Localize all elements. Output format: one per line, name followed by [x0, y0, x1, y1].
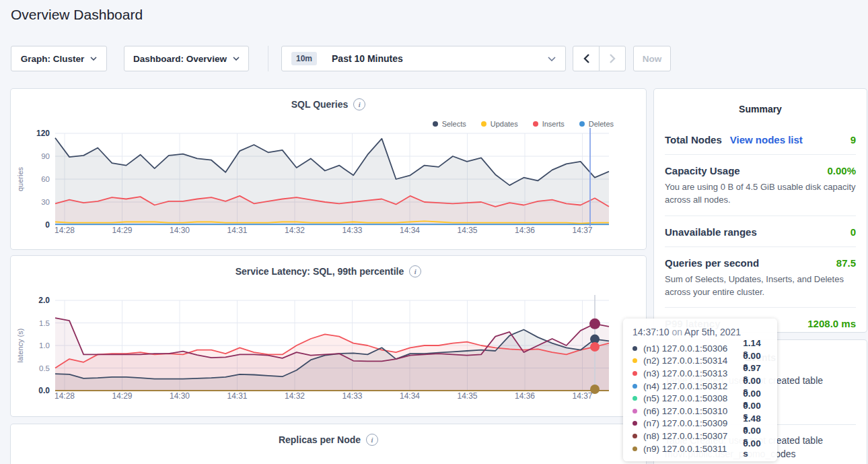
- now-button-label: Now: [643, 54, 662, 64]
- x-tick-label: 14:29: [112, 391, 132, 401]
- chevron-down-icon: [233, 57, 240, 61]
- summary-row-unavailable: Unavailable ranges 0: [665, 216, 856, 247]
- qps-label: Queries per second: [665, 257, 759, 269]
- x-tick-label: 14:30: [170, 391, 190, 401]
- node-address: (n3) 127.0.0.1:50313: [643, 368, 743, 378]
- time-next-button[interactable]: [599, 46, 626, 71]
- replicas-title: Replicas per Node: [279, 434, 361, 445]
- summary-row-qps: Queries per second 87.5 Sum of Selects, …: [665, 247, 856, 308]
- sql-queries-title: SQL Queries: [291, 99, 349, 110]
- series-dot: [632, 346, 637, 351]
- y-tick-label: 0.0: [38, 386, 50, 395]
- view-nodes-list-link[interactable]: View nodes list: [730, 134, 803, 145]
- series-dot: [632, 371, 637, 376]
- latency-value: 0.00 s: [743, 438, 768, 459]
- x-tick-label: 14:35: [457, 391, 477, 401]
- chevron-left-icon: [583, 54, 589, 63]
- y-tick-label: 0: [45, 220, 50, 230]
- x-tick-label: 14:31: [227, 226, 247, 235]
- now-button[interactable]: Now: [633, 46, 671, 71]
- x-tick-label: 14:28: [55, 226, 75, 235]
- hover-dot: [589, 319, 600, 329]
- unavailable-ranges-label: Unavailable ranges: [665, 226, 757, 238]
- toolbar-divider: [268, 46, 268, 71]
- y-tick-label: 2.0: [38, 296, 50, 305]
- y-axis-label: queries: [16, 166, 24, 191]
- unavailable-ranges-value: 0: [851, 226, 856, 238]
- y-tick-label: 60: [41, 175, 50, 183]
- capacity-usage-value: 0.00%: [827, 165, 856, 176]
- service-latency-title: Service Latency: SQL, 99th percentile: [236, 266, 404, 277]
- service-latency-header: Service Latency: SQL, 99th percentile i: [11, 265, 646, 277]
- graph-dropdown[interactable]: Graph: Cluster: [11, 46, 107, 71]
- total-nodes-value: 9: [851, 134, 856, 145]
- x-tick-label: 14:35: [457, 226, 477, 235]
- total-nodes-label: Total Nodes: [665, 134, 722, 145]
- y-tick-label: 30: [41, 198, 50, 206]
- node-address: (n4) 127.0.0.1:50312: [643, 381, 743, 391]
- series-dot: [632, 384, 637, 389]
- overview-dashboard-page: Overview Dashboard Graph: Cluster Dashbo…: [0, 0, 868, 464]
- legend-dot: [533, 121, 538, 127]
- node-address: (n9) 127.0.0.1:50311: [643, 444, 743, 454]
- chart-hover-tooltip: 14:37:10 on Apr 5th, 2021 (n1) 127.0.0.1…: [623, 319, 777, 461]
- time-prev-button[interactable]: [573, 46, 600, 71]
- info-icon[interactable]: i: [366, 434, 378, 446]
- legend-dot: [433, 121, 438, 127]
- y-tick-label: 90: [41, 152, 50, 160]
- y-tick-label: 0.5: [39, 364, 50, 372]
- legend-dot: [579, 121, 585, 127]
- x-tick-label: 14:32: [285, 226, 305, 235]
- chevron-down-icon: [548, 57, 556, 61]
- node-address: (n7) 127.0.0.1:50309: [643, 418, 743, 428]
- series-dot: [632, 421, 637, 426]
- summary-panel: Summary Total Nodes View nodes list 9 Ca…: [654, 89, 867, 332]
- chevron-right-icon: [610, 54, 616, 63]
- chevron-down-icon: [90, 57, 97, 61]
- node-address: (n2) 127.0.0.1:50314: [643, 356, 743, 366]
- hover-dot: [590, 385, 600, 394]
- node-address: (n8) 127.0.0.1:50307: [643, 431, 743, 441]
- time-range-selector[interactable]: 10m Past 10 Minutes: [281, 46, 566, 71]
- x-tick-label: 14:31: [227, 391, 247, 401]
- x-tick-label: 14:34: [400, 391, 420, 401]
- sql-queries-chart[interactable]: 030609012014:2814:2914:3014:3114:3214:33…: [11, 127, 646, 242]
- qps-desc: Sum of Selects, Updates, Inserts, and De…: [665, 273, 856, 299]
- replicas-per-node-card: Replicas per Node i: [11, 424, 646, 464]
- graph-dropdown-label: Graph: Cluster: [21, 54, 85, 64]
- series-dot: [632, 446, 637, 451]
- series-dot: [632, 396, 637, 401]
- time-range-label: Past 10 Minutes: [332, 53, 403, 64]
- summary-title: Summary: [665, 89, 856, 114]
- qps-value: 87.5: [836, 257, 856, 269]
- x-tick-label: 14:30: [170, 226, 190, 235]
- series-fill-Selects: [55, 138, 609, 225]
- service-latency-chart[interactable]: 0.00.51.01.52.014:2814:2914:3014:3114:32…: [11, 290, 646, 408]
- y-axis-label: latency (s): [16, 329, 24, 363]
- sql-queries-header: SQL Queries i: [11, 98, 646, 110]
- summary-row-total-nodes: Total Nodes View nodes list 9: [665, 124, 856, 155]
- hover-dot: [590, 342, 600, 352]
- y-tick-label: 1.5: [39, 319, 50, 327]
- page-title: Overview Dashboard: [11, 7, 143, 23]
- x-tick-label: 14:37: [572, 391, 592, 401]
- info-icon[interactable]: i: [353, 98, 365, 110]
- capacity-usage-label: Capacity Usage: [665, 165, 740, 176]
- x-tick-label: 14:28: [55, 391, 75, 401]
- info-icon[interactable]: i: [409, 265, 421, 277]
- y-tick-label: 120: [36, 129, 50, 138]
- x-tick-label: 14:36: [515, 226, 535, 235]
- dashboard-dropdown[interactable]: Dashboard: Overview: [124, 46, 249, 71]
- node-address: (n5) 127.0.0.1:50308: [643, 393, 743, 403]
- x-tick-label: 14:32: [285, 391, 305, 401]
- replicas-header: Replicas per Node i: [11, 434, 646, 446]
- tooltip-timestamp: 14:37:10 on Apr 5th, 2021: [632, 327, 768, 337]
- time-range-badge: 10m: [291, 52, 317, 65]
- node-address: (n1) 127.0.0.1:50306: [643, 343, 743, 354]
- y-tick-label: 1.0: [39, 341, 50, 350]
- tooltip-row: (n9) 127.0.0.1:503110.00 s: [632, 442, 768, 455]
- series-dot: [632, 409, 637, 413]
- x-tick-label: 14:37: [572, 226, 592, 235]
- sql-queries-card: SQL Queries i SelectsUpdatesInsertsDelet…: [11, 89, 646, 249]
- legend-dot: [481, 121, 486, 127]
